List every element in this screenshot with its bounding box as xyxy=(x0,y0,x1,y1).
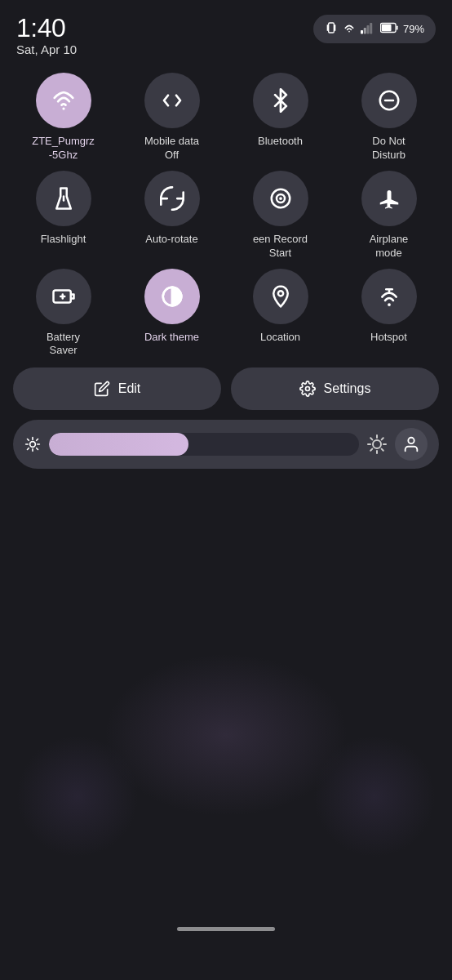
dark-theme-tile-label: Dark theme xyxy=(144,331,199,345)
home-indicator[interactable] xyxy=(177,927,275,931)
svg-line-30 xyxy=(37,448,38,450)
dnd-tile-icon xyxy=(361,73,417,128)
screen-record-tile-label: een RecordStart xyxy=(253,233,308,261)
edit-button[interactable]: Edit xyxy=(13,368,221,410)
location-tile-icon xyxy=(253,269,308,324)
svg-point-25 xyxy=(305,387,309,391)
tile-screen-record[interactable]: een RecordStart xyxy=(230,171,330,261)
bluetooth-tile-label: Bluetooth xyxy=(258,135,303,149)
clock: 1:40 xyxy=(16,15,77,41)
battery-percentage: 79% xyxy=(403,23,424,35)
bg-glow-center xyxy=(104,653,348,817)
svg-line-42 xyxy=(370,449,372,451)
svg-rect-4 xyxy=(361,30,363,34)
svg-point-44 xyxy=(408,438,414,443)
tile-battery-saver[interactable]: BatterySaver xyxy=(13,269,113,359)
tile-flashlight[interactable]: Flashlight xyxy=(13,171,113,261)
tile-dark-theme[interactable]: Dark theme xyxy=(122,269,222,359)
profile-button[interactable] xyxy=(395,428,428,461)
auto-rotate-tile-icon xyxy=(144,171,200,226)
svg-rect-0 xyxy=(327,24,328,31)
hotspot-tile-icon xyxy=(361,269,417,324)
battery-saver-tile-label: BatterySaver xyxy=(47,331,80,359)
bluetooth-tile-icon xyxy=(253,73,308,128)
svg-rect-2 xyxy=(329,23,335,33)
mobile-data-tile-label: Mobile dataOff xyxy=(144,135,199,163)
airplane-tile-icon xyxy=(361,171,417,226)
svg-point-23 xyxy=(277,291,282,296)
profile-icon xyxy=(402,435,420,453)
brightness-fill xyxy=(49,433,188,456)
status-bar: 1:40 Sat, Apr 10 79% xyxy=(0,0,452,65)
settings-icon xyxy=(299,381,316,397)
signal-icon xyxy=(361,21,375,37)
svg-line-33 xyxy=(28,448,29,450)
brightness-track xyxy=(49,433,359,456)
vibrate-icon xyxy=(325,21,338,37)
svg-line-39 xyxy=(382,449,383,451)
brightness-slider[interactable] xyxy=(49,433,359,456)
action-buttons: Edit Settings xyxy=(13,368,439,410)
battery-icon xyxy=(380,22,398,36)
svg-line-29 xyxy=(28,439,29,441)
tile-dnd[interactable]: Do NotDisturb xyxy=(339,73,439,163)
svg-rect-7 xyxy=(370,23,372,34)
svg-point-3 xyxy=(348,31,350,33)
settings-button[interactable]: Settings xyxy=(231,368,439,410)
bg-glow-right xyxy=(313,735,436,858)
tile-wifi[interactable]: ZTE_Pumgrz-5Ghz xyxy=(13,73,113,163)
dark-theme-tile-icon xyxy=(144,269,200,324)
airplane-tile-label: Airplanemode xyxy=(370,233,409,261)
dnd-tile-label: Do NotDisturb xyxy=(372,135,405,163)
settings-label: Settings xyxy=(324,381,371,396)
tiles-grid: ZTE_Pumgrz-5Ghz Mobile dataOff Bluetooth xyxy=(13,73,439,358)
svg-line-34 xyxy=(37,439,38,441)
svg-point-24 xyxy=(388,303,391,306)
svg-point-35 xyxy=(373,440,381,448)
auto-rotate-tile-label: Auto-rotate xyxy=(145,233,197,247)
svg-rect-6 xyxy=(366,25,369,34)
flashlight-tile-label: Flashlight xyxy=(41,233,86,247)
svg-rect-5 xyxy=(364,28,366,34)
svg-point-18 xyxy=(279,197,282,200)
edit-icon xyxy=(94,381,110,397)
battery-saver-tile-icon xyxy=(36,269,91,324)
wifi-tile-label: ZTE_Pumgrz-5Ghz xyxy=(32,135,95,163)
status-time: 1:40 Sat, Apr 10 xyxy=(16,15,77,56)
status-icons: 79% xyxy=(313,15,436,43)
edit-label: Edit xyxy=(118,381,141,396)
tile-auto-rotate[interactable]: Auto-rotate xyxy=(122,171,222,261)
brightness-high-icon xyxy=(367,434,387,454)
wifi-status-icon xyxy=(343,21,356,37)
svg-rect-9 xyxy=(397,25,398,29)
tile-hotspot[interactable]: Hotspot xyxy=(339,269,439,359)
tile-bluetooth[interactable]: Bluetooth xyxy=(230,73,330,163)
brightness-low-icon xyxy=(24,436,41,452)
svg-rect-10 xyxy=(382,24,392,31)
svg-line-38 xyxy=(370,439,372,440)
tile-airplane[interactable]: Airplanemode xyxy=(339,171,439,261)
tile-location[interactable]: Location xyxy=(230,269,330,359)
brightness-row xyxy=(13,420,439,469)
screen-record-tile-icon xyxy=(253,171,308,226)
tile-mobile-data[interactable]: Mobile dataOff xyxy=(122,73,222,163)
location-tile-label: Location xyxy=(260,331,300,345)
svg-point-11 xyxy=(62,107,64,109)
mobile-data-tile-icon xyxy=(144,73,200,128)
bg-glow-left xyxy=(16,735,139,858)
flashlight-tile-icon xyxy=(36,171,91,226)
svg-line-43 xyxy=(382,439,383,440)
hotspot-tile-label: Hotspot xyxy=(370,331,407,345)
quick-settings-panel: ZTE_Pumgrz-5Ghz Mobile dataOff Bluetooth xyxy=(13,73,439,469)
svg-rect-1 xyxy=(335,24,335,31)
date: Sat, Apr 10 xyxy=(16,42,77,56)
wifi-tile-icon xyxy=(36,73,91,128)
svg-point-26 xyxy=(30,442,36,448)
